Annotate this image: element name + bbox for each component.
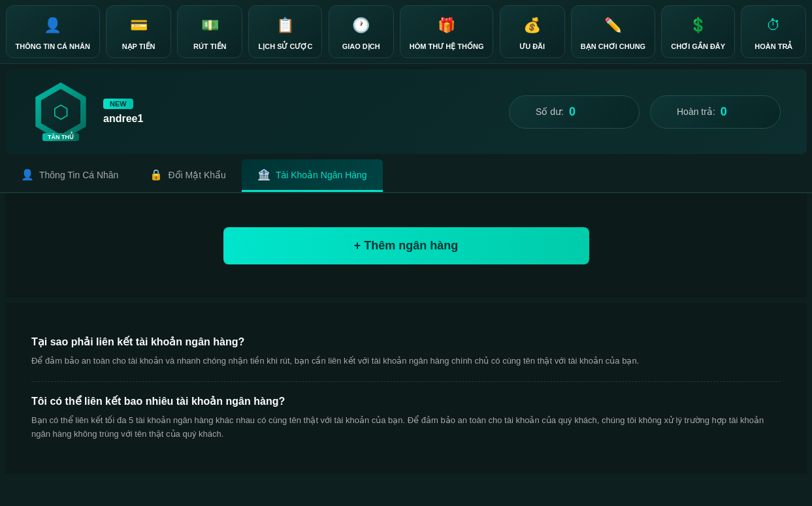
tab-doi-mat-khau[interactable]: 🔒 Đổi Mật Khẩu <box>134 159 241 192</box>
nav-label-thong-tin: THÔNG TIN CÁ NHÂN <box>16 42 90 51</box>
nav-item-nap-tien[interactable]: 💳NẠP TIỀN <box>106 5 171 58</box>
profile-section: ⬡ TÂN THỦ NEW andree1 Số dư: 0 Hoàn trả:… <box>5 69 807 154</box>
nav-icon-giao-dich: 🕐 <box>348 12 374 39</box>
profile-left: ⬡ TÂN THỦ NEW andree1 <box>31 82 143 141</box>
faq-section: Tại sao phải liên kết tài khoản ngân hàn… <box>5 303 807 473</box>
nav-label-hoan-tra: HOÀN TRẢ <box>755 42 792 51</box>
nav-item-giao-dich[interactable]: 🕐GIAO DỊCH <box>329 5 394 58</box>
nav-icon-thong-tin: 👤 <box>40 12 66 39</box>
faq-answer-1: Để đảm bảo an toàn cho tài khoản và nhan… <box>31 355 781 368</box>
new-badge: NEW <box>103 99 133 109</box>
nav-icon-uu-dai: 💰 <box>519 12 545 39</box>
faq-question-2: Tôi có thể liên kết bao nhiêu tài khoản … <box>31 395 781 407</box>
faq-question-1: Tại sao phải liên kết tài khoản ngân hàn… <box>31 336 781 348</box>
nav-label-giao-dich: GIAO DỊCH <box>342 42 380 51</box>
nav-label-rut-tien: RÚT TIỀN <box>193 42 226 51</box>
balance-label: Số dư: <box>536 106 564 117</box>
nav-icon-lich-su: 📋 <box>272 12 299 39</box>
profile-info: NEW andree1 <box>103 99 143 125</box>
tab-label-ngan-hang: Tài Khoản Ngân Hàng <box>276 170 367 180</box>
nav-label-nap-tien: NẠP TIỀN <box>122 42 155 51</box>
nav-item-uu-dai[interactable]: 💰ƯU ĐÃI <box>500 5 565 58</box>
profile-balances: Số dư: 0 Hoàn trả: 0 <box>509 95 781 129</box>
lock-icon: 🔒 <box>150 168 163 181</box>
bank-icon: 🏦 <box>257 168 270 181</box>
nav-label-uu-dai: ƯU ĐÃI <box>519 42 545 51</box>
nav-item-lich-su[interactable]: 📋LỊCH SỬ CƯỢC <box>248 5 322 58</box>
refund-value: 0 <box>721 105 727 119</box>
tab-label-thong-tin: Thông Tin Cá Nhân <box>39 170 118 180</box>
top-navigation: 👤THÔNG TIN CÁ NHÂN💳NẠP TIỀN💵RÚT TIỀN📋LỊC… <box>0 0 812 64</box>
username: andree1 <box>103 113 143 125</box>
add-bank-button[interactable]: + Thêm ngân hàng <box>223 227 589 264</box>
tabs-section: 👤 Thông Tin Cá Nhân 🔒 Đổi Mật Khẩu 🏦 Tài… <box>0 159 812 193</box>
nav-label-lich-su: LỊCH SỬ CƯỢC <box>258 42 312 51</box>
avatar-hexagon: ⬡ <box>31 82 90 141</box>
balance-value: 0 <box>569 105 576 119</box>
main-content: + Thêm ngân hàng <box>5 193 807 298</box>
faq-answer-2: Bạn có thể liên kết tối đa 5 tài khoản n… <box>31 414 781 441</box>
refund-label: Hoàn trả: <box>677 106 715 117</box>
nav-icon-choi-gan: 💲 <box>685 12 711 39</box>
balance-card: Số dư: 0 <box>509 95 640 129</box>
nav-label-hom-thu: HÒM THƯ HỆ THỐNG <box>410 42 484 51</box>
tabs-bar: 👤 Thông Tin Cá Nhân 🔒 Đổi Mật Khẩu 🏦 Tài… <box>5 159 807 192</box>
nav-item-hom-thu[interactable]: 🎁HÒM THƯ HỆ THỐNG <box>400 5 494 58</box>
faq-item-1: Tại sao phải liên kết tài khoản ngân hàn… <box>31 323 781 382</box>
avatar-inner: ⬡ <box>38 89 84 134</box>
tab-label-doi-mat-khau: Đổi Mật Khẩu <box>168 170 225 180</box>
nav-label-choi-gan: CHƠI GẦN ĐÂY <box>671 42 725 51</box>
nav-icon-hom-thu: 🎁 <box>434 12 460 39</box>
faq-item-2: Tôi có thể liên kết bao nhiêu tài khoản … <box>31 382 781 454</box>
nav-icon-nap-tien: 💳 <box>125 12 152 39</box>
avatar: ⬡ TÂN THỦ <box>31 82 90 141</box>
tab-thong-tin-ca-nhan[interactable]: 👤 Thông Tin Cá Nhân <box>5 159 134 192</box>
avatar-rank-label: TÂN THỦ <box>42 133 79 141</box>
person-icon: 👤 <box>21 168 34 181</box>
nav-icon-hoan-tra: ⏱ <box>760 12 787 39</box>
nav-icon-ban-choi: ✏️ <box>600 12 626 39</box>
nav-item-ban-choi[interactable]: ✏️BẠN CHƠI CHUNG <box>571 5 655 58</box>
nav-label-ban-choi: BẠN CHƠI CHUNG <box>581 42 645 51</box>
tab-tai-khoan-ngan-hang[interactable]: 🏦 Tài Khoản Ngân Hàng <box>242 159 383 192</box>
nav-item-hoan-tra[interactable]: ⏱HOÀN TRẢ <box>741 5 806 58</box>
nav-item-thong-tin[interactable]: 👤THÔNG TIN CÁ NHÂN <box>6 5 100 58</box>
nav-item-rut-tien[interactable]: 💵RÚT TIỀN <box>177 5 242 58</box>
nav-icon-rut-tien: 💵 <box>197 12 223 39</box>
refund-card: Hoàn trả: 0 <box>650 95 781 129</box>
nav-item-choi-gan[interactable]: 💲CHƠI GẦN ĐÂY <box>661 5 735 58</box>
